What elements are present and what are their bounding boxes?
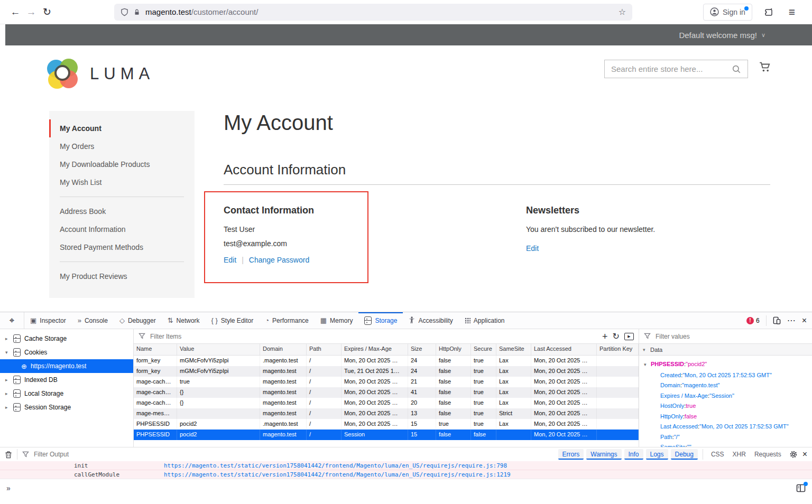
sidebar-item-my-downloadable-products[interactable]: My Downloadable Products <box>49 155 195 173</box>
tab-application[interactable]: Application <box>459 312 511 329</box>
sidebar-item-address-book[interactable]: Address Book <box>49 202 195 220</box>
tab-storage[interactable]: Storage <box>358 312 403 329</box>
tab-label: Performance <box>272 317 309 324</box>
tab-console[interactable]: »Console <box>72 312 114 329</box>
sidebar-item-my-orders[interactable]: My Orders <box>49 137 195 155</box>
tab-network[interactable]: ⇅Network <box>162 312 206 329</box>
add-item-icon[interactable]: + <box>602 332 608 341</box>
console-filter-info[interactable]: Info <box>624 449 643 460</box>
cookie-cell-httponly: false <box>436 398 471 408</box>
cookie-row[interactable]: form_keymGMcFofvYi5zpIpimagento.test/Tue… <box>134 366 639 377</box>
filter-values-input[interactable]: Filter values <box>656 333 690 340</box>
column-header-secure[interactable]: Secure <box>471 344 496 355</box>
column-header-size[interactable]: Size <box>408 344 436 355</box>
devtools-close-icon[interactable]: × <box>802 316 807 325</box>
firefox-signin-button[interactable]: Sign in <box>703 4 752 21</box>
forward-button[interactable]: → <box>23 6 39 18</box>
browser-window: ← → ↻ magento.test/customer/account/ ☆ S… <box>0 0 812 504</box>
cookie-cell-domain: magento.test <box>260 430 307 440</box>
column-header-last-accessed[interactable]: Last Accessed <box>531 344 597 355</box>
responsive-mode-icon[interactable] <box>773 316 781 324</box>
cart-button[interactable] <box>759 61 772 73</box>
trash-icon[interactable] <box>5 451 12 459</box>
storage-type-icon <box>13 403 21 412</box>
edit-contact-link[interactable]: Edit <box>224 256 236 264</box>
chevron-down-icon[interactable]: ∨ <box>761 32 765 39</box>
console-filter-requests[interactable]: Requests <box>751 449 785 460</box>
tab-performance[interactable]: ◔Performance <box>259 312 315 329</box>
split-console-button[interactable] <box>796 484 806 492</box>
error-icon: ! <box>746 317 754 324</box>
storage-tree-item-session-storage[interactable]: ▸Session Storage <box>0 400 133 414</box>
column-header-path[interactable]: Path <box>307 344 342 355</box>
toggle-sidebar-icon[interactable]: ▶ <box>624 333 634 340</box>
contact-details: Test User test@example.com <box>224 222 346 250</box>
stack-source-link[interactable]: https://magento.test/static/version17580… <box>164 471 511 478</box>
column-header-value[interactable]: Value <box>177 344 260 355</box>
edit-newsletters-link[interactable]: Edit <box>526 244 539 253</box>
column-header-name[interactable]: Name <box>134 344 177 355</box>
store-search-input[interactable]: Search entire store here... <box>604 60 748 78</box>
console-filter-xhr[interactable]: XHR <box>730 449 749 460</box>
cookie-row[interactable]: mage-cach…truemagento.test/Mon, 20 Oct 2… <box>134 377 639 387</box>
storage-tree-item-https-magento-test[interactable]: ⊕https://magento.test <box>0 359 133 373</box>
cookie-row[interactable]: mage-mes…magento.test/Mon, 20 Oct 2025 …… <box>134 408 639 419</box>
column-header-expires-max-age[interactable]: Expires / Max-Age <box>342 344 408 355</box>
tab-style-editor[interactable]: { }Style Editor <box>206 312 260 329</box>
back-button[interactable]: ← <box>7 6 23 18</box>
address-bar[interactable]: magento.test/customer/account/ ☆ <box>114 4 632 21</box>
column-header-httponly[interactable]: HttpOnly <box>436 344 471 355</box>
change-password-link[interactable]: Change Password <box>249 256 309 264</box>
sidebar-item-my-product-reviews[interactable]: My Product Reviews <box>49 267 195 285</box>
stack-source-link[interactable]: https://magento.test/static/version17580… <box>164 462 507 469</box>
data-section-header[interactable]: ▾ Data <box>639 344 812 356</box>
cookie-row[interactable]: form_keymGMcFofvYi5zpIpi.magento.test/Mo… <box>134 356 639 366</box>
luma-logo[interactable]: LUMA <box>47 58 154 90</box>
tab-accessibility[interactable]: Accessibility <box>403 312 458 329</box>
refresh-items-icon[interactable]: ↻ <box>613 332 620 341</box>
console-input-row[interactable]: » <box>0 479 812 504</box>
console-filter-debug[interactable]: Debug <box>671 449 698 460</box>
performance-icon: ◔ <box>265 317 269 324</box>
tab-label: Debugger <box>128 317 156 324</box>
column-header-domain[interactable]: Domain <box>260 344 307 355</box>
menu-icon[interactable]: ≡ <box>784 6 800 18</box>
console-filter-warnings[interactable]: Warnings <box>586 449 621 460</box>
filter-items-input[interactable]: Filter Items <box>150 333 181 340</box>
column-header-samesite[interactable]: SameSite <box>496 344 531 355</box>
storage-tree-item-cookies[interactable]: ▾Cookies <box>0 346 133 359</box>
sidebar-item-my-account[interactable]: My Account <box>49 119 195 137</box>
luma-logo-icon <box>47 58 79 90</box>
divider <box>17 449 17 460</box>
search-icon[interactable] <box>732 64 741 74</box>
error-count-badge[interactable]: ! 6 <box>746 317 760 324</box>
console-close-icon[interactable]: × <box>802 450 807 459</box>
filter-output-input[interactable]: Filter Output <box>34 451 69 458</box>
console-settings-gear-icon[interactable] <box>789 450 798 459</box>
console-filter-css[interactable]: CSS <box>708 449 727 460</box>
cookie-data-root[interactable]: ▾PHPSESSID:"pocid2" <box>644 359 812 370</box>
devtools-menu-icon[interactable]: ⋯ <box>787 316 796 325</box>
storage-tree-item-local-storage[interactable]: ▸Local Storage <box>0 387 133 400</box>
console-filter-logs[interactable]: Logs <box>646 449 668 460</box>
tab-inspector[interactable]: ▣Inspector <box>24 312 72 329</box>
cookie-row[interactable]: PHPSESSIDpocid2.magento.test/Mon, 20 Oct… <box>134 419 639 430</box>
filter-icon <box>22 451 29 458</box>
reload-button[interactable]: ↻ <box>39 6 55 18</box>
pick-element-button[interactable]: ⌖ <box>0 312 24 329</box>
column-header-partition-key[interactable]: Partition Key <box>597 344 639 355</box>
storage-tree-item-indexed-db[interactable]: ▸Indexed DB <box>0 373 133 387</box>
cookie-row[interactable]: mage-cach…{}magento.test/Mon, 20 Oct 202… <box>134 398 639 408</box>
storage-tree-item-cache-storage[interactable]: ▸Cache Storage <box>0 332 133 346</box>
cookie-row[interactable]: mage-cach…{}magento.test/Mon, 20 Oct 202… <box>134 387 639 398</box>
bookmark-star-icon[interactable]: ☆ <box>619 7 626 17</box>
sidebar-item-stored-payment-methods[interactable]: Stored Payment Methods <box>49 238 195 256</box>
tab-debugger[interactable]: ◇Debugger <box>114 312 162 329</box>
cookie-row[interactable]: PHPSESSIDpocid2magento.test/Session15fal… <box>134 430 639 440</box>
console-filter-errors[interactable]: Errors <box>558 449 584 460</box>
extensions-icon[interactable] <box>764 7 773 17</box>
sidebar-item-account-information[interactable]: Account Information <box>49 220 195 238</box>
sidebar-item-my-wish-list[interactable]: My Wish List <box>49 173 195 191</box>
cookie-data-sidebar: Filter values ▾ Data ▾PHPSESSID:"pocid2"… <box>639 329 812 447</box>
tab-memory[interactable]: ▦Memory <box>315 312 359 329</box>
